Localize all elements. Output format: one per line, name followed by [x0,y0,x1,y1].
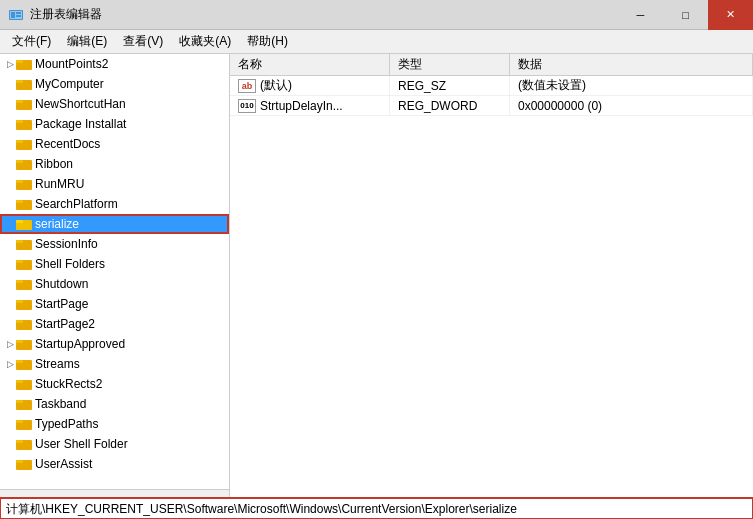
arrow-icon: ▷ [4,58,16,70]
svg-rect-36 [16,360,23,363]
folder-icon [16,257,32,271]
folder-selected-icon [16,217,32,231]
folder-icon [16,397,32,411]
svg-rect-6 [16,60,23,63]
tree-item-serialize[interactable]: ▷ serialize [0,214,229,234]
arrow-icon: ▷ [4,358,16,370]
tree-item-MyComputer[interactable]: ▷ MyComputer [0,74,229,94]
menu-file[interactable]: 文件(F) [4,31,59,52]
tree-item-MountPoints2[interactable]: ▷ MountPoints2 [0,54,229,74]
folder-icon [16,117,32,131]
tree-scroll[interactable]: ▷ MountPoints2 ▷ MyComputer ▷ [0,54,229,489]
folder-icon [16,177,32,191]
title-bar-controls: ─ □ ✕ [618,0,753,30]
svg-rect-10 [16,100,23,103]
svg-rect-14 [16,140,23,143]
tree-item-Taskband[interactable]: ▷ Taskband [0,394,229,414]
detail-row-default[interactable]: ab (默认) REG_SZ (数值未设置) [230,76,753,96]
menu-bar: 文件(F) 编辑(E) 查看(V) 收藏夹(A) 帮助(H) [0,30,753,54]
tree-item-UserShellFolder[interactable]: ▷ User Shell Folder [0,434,229,454]
svg-rect-38 [16,380,23,383]
arrow-placeholder: ▷ [4,178,16,190]
tree-item-RecentDocs[interactable]: ▷ RecentDocs [0,134,229,154]
svg-rect-20 [16,200,23,203]
folder-icon [16,77,32,91]
svg-rect-22 [16,220,23,223]
svg-rect-2 [11,12,15,18]
folder-icon [16,237,32,251]
col-header-type: 类型 [390,54,510,75]
tree-hscroll[interactable] [0,489,229,497]
cell-name-default: ab (默认) [230,76,390,95]
svg-rect-30 [16,300,23,303]
arrow-placeholder: ▷ [4,298,16,310]
tree-item-NewShortcutHan[interactable]: ▷ NewShortcutHan [0,94,229,114]
svg-rect-26 [16,260,23,263]
menu-help[interactable]: 帮助(H) [239,31,296,52]
tree-item-SessionInfo[interactable]: ▷ SessionInfo [0,234,229,254]
minimize-button[interactable]: ─ [618,0,663,30]
tree-item-StartPage2[interactable]: ▷ StartPage2 [0,314,229,334]
regedit-icon [8,7,24,23]
cell-type-strtupdelay: REG_DWORD [390,96,510,115]
svg-rect-18 [16,180,23,183]
cell-name-strtupdelay: 010 StrtupDelayIn... [230,96,390,115]
title-bar-left: 注册表编辑器 [8,6,102,23]
folder-icon [16,437,32,451]
folder-icon [16,377,32,391]
cell-data-default: (数值未设置) [510,76,753,95]
arrow-placeholder: ▷ [4,318,16,330]
svg-rect-8 [16,80,23,83]
folder-icon [16,357,32,371]
arrow-placeholder: ▷ [4,238,16,250]
detail-panel: 名称 类型 数据 ab (默认) REG_SZ (数值未设置) 010 Strt… [230,54,753,497]
svg-rect-12 [16,120,23,123]
folder-icon [16,337,32,351]
tree-item-RunMRU[interactable]: ▷ RunMRU [0,174,229,194]
detail-row-strtupdelay[interactable]: 010 StrtupDelayIn... REG_DWORD 0x0000000… [230,96,753,116]
folder-icon [16,157,32,171]
title-bar: 注册表编辑器 ─ □ ✕ [0,0,753,30]
arrow-placeholder: ▷ [4,378,16,390]
tree-item-StartupApproved[interactable]: ▷ StartupApproved [0,334,229,354]
svg-rect-24 [16,240,23,243]
svg-rect-32 [16,320,23,323]
tree-item-PackageInstallat[interactable]: ▷ Package Installat [0,114,229,134]
reg-ab-icon: ab [238,79,256,93]
maximize-button[interactable]: □ [663,0,708,30]
arrow-placeholder: ▷ [4,418,16,430]
tree-item-UserAssist[interactable]: ▷ UserAssist [0,454,229,474]
folder-icon [16,297,32,311]
svg-rect-44 [16,440,23,443]
svg-rect-42 [16,420,23,423]
tree-item-SearchPlatform[interactable]: ▷ SearchPlatform [0,194,229,214]
tree-item-StuckRects2[interactable]: ▷ StuckRects2 [0,374,229,394]
tree-item-Ribbon[interactable]: ▷ Ribbon [0,154,229,174]
col-header-data: 数据 [510,54,753,75]
folder-icon [16,57,32,71]
tree-item-StartPage[interactable]: ▷ StartPage [0,294,229,314]
menu-edit[interactable]: 编辑(E) [59,31,115,52]
cell-data-strtupdelay: 0x00000000 (0) [510,96,753,115]
cell-type-default: REG_SZ [390,76,510,95]
arrow-placeholder: ▷ [4,118,16,130]
tree-item-ShellFolders[interactable]: ▷ Shell Folders [0,254,229,274]
svg-rect-16 [16,160,23,163]
main-content: ▷ MountPoints2 ▷ MyComputer ▷ [0,54,753,497]
tree-item-Streams[interactable]: ▷ Streams [0,354,229,374]
arrow-placeholder: ▷ [4,138,16,150]
window-title: 注册表编辑器 [30,6,102,23]
tree-item-Shutdown[interactable]: ▷ Shutdown [0,274,229,294]
tree-item-TypedPaths[interactable]: ▷ TypedPaths [0,414,229,434]
folder-icon [16,277,32,291]
folder-icon [16,417,32,431]
status-bar: 计算机\HKEY_CURRENT_USER\Software\Microsoft… [0,497,753,519]
detail-header: 名称 类型 数据 [230,54,753,76]
close-button[interactable]: ✕ [708,0,753,30]
folder-icon [16,197,32,211]
arrow-placeholder: ▷ [4,278,16,290]
menu-view[interactable]: 查看(V) [115,31,171,52]
arrow-placeholder: ▷ [4,458,16,470]
arrow-placeholder: ▷ [4,398,16,410]
menu-favorites[interactable]: 收藏夹(A) [171,31,239,52]
